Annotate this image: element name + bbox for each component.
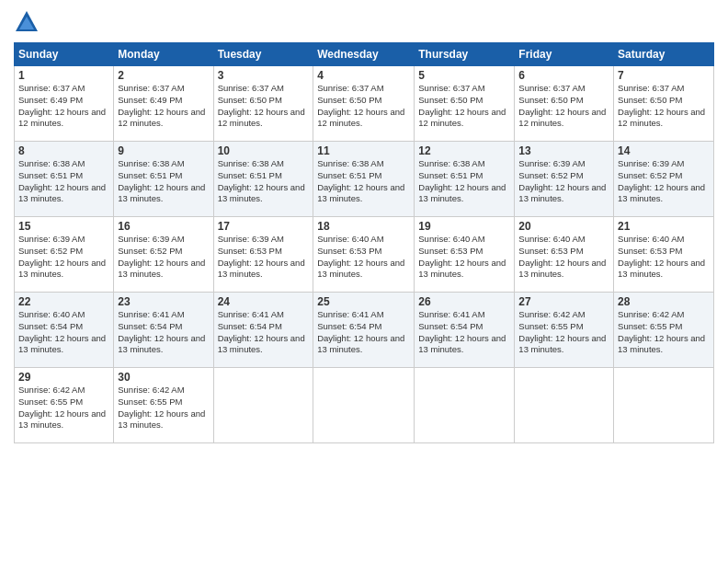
day-info: Sunrise: 6:37 AM Sunset: 6:50 PM Dayligh…	[518, 83, 609, 130]
day-number: 3	[218, 69, 310, 82]
day-info: Sunrise: 6:41 AM Sunset: 6:54 PM Dayligh…	[317, 309, 410, 356]
day-number: 5	[418, 69, 510, 82]
page: SundayMondayTuesdayWednesdayThursdayFrid…	[0, 0, 728, 563]
day-info: Sunrise: 6:40 AM Sunset: 6:53 PM Dayligh…	[317, 234, 410, 281]
day-number: 22	[18, 295, 109, 308]
calendar-day-cell: 22 Sunrise: 6:40 AM Sunset: 6:54 PM Dayl…	[15, 293, 114, 368]
calendar-week-row: 1 Sunrise: 6:37 AM Sunset: 6:49 PM Dayli…	[15, 66, 714, 142]
day-info: Sunrise: 6:42 AM Sunset: 6:55 PM Dayligh…	[118, 385, 209, 431]
day-info: Sunrise: 6:37 AM Sunset: 6:49 PM Dayligh…	[118, 83, 209, 130]
day-info: Sunrise: 6:39 AM Sunset: 6:53 PM Dayligh…	[218, 234, 310, 281]
day-number: 15	[18, 220, 109, 233]
day-info: Sunrise: 6:37 AM Sunset: 6:50 PM Dayligh…	[317, 83, 410, 130]
calendar-day-cell: 18 Sunrise: 6:40 AM Sunset: 6:53 PM Dayl…	[313, 217, 415, 293]
day-info: Sunrise: 6:38 AM Sunset: 6:51 PM Dayligh…	[418, 158, 510, 205]
day-number: 26	[418, 295, 510, 308]
calendar-week-row: 15 Sunrise: 6:39 AM Sunset: 6:52 PM Dayl…	[15, 217, 714, 293]
calendar-day-cell: 25 Sunrise: 6:41 AM Sunset: 6:54 PM Dayl…	[313, 293, 415, 368]
day-number: 16	[118, 220, 209, 233]
calendar-day-cell: 5 Sunrise: 6:37 AM Sunset: 6:50 PM Dayli…	[415, 66, 515, 142]
day-info: Sunrise: 6:37 AM Sunset: 6:50 PM Dayligh…	[418, 83, 510, 130]
logo	[14, 9, 43, 35]
weekday-header: Sunday	[15, 43, 114, 66]
day-info: Sunrise: 6:40 AM Sunset: 6:53 PM Dayligh…	[618, 234, 710, 281]
day-info: Sunrise: 6:39 AM Sunset: 6:52 PM Dayligh…	[118, 234, 209, 281]
day-info: Sunrise: 6:37 AM Sunset: 6:49 PM Dayligh…	[18, 83, 109, 130]
calendar-day-cell	[515, 368, 614, 443]
calendar-day-cell: 19 Sunrise: 6:40 AM Sunset: 6:53 PM Dayl…	[415, 217, 515, 293]
day-info: Sunrise: 6:41 AM Sunset: 6:54 PM Dayligh…	[118, 309, 209, 356]
calendar-day-cell: 2 Sunrise: 6:37 AM Sunset: 6:49 PM Dayli…	[114, 66, 213, 142]
day-info: Sunrise: 6:40 AM Sunset: 6:54 PM Dayligh…	[18, 309, 109, 356]
day-info: Sunrise: 6:42 AM Sunset: 6:55 PM Dayligh…	[518, 309, 609, 356]
calendar-day-cell: 27 Sunrise: 6:42 AM Sunset: 6:55 PM Dayl…	[515, 293, 614, 368]
day-number: 19	[418, 220, 510, 233]
day-info: Sunrise: 6:38 AM Sunset: 6:51 PM Dayligh…	[18, 158, 109, 205]
calendar-day-cell: 4 Sunrise: 6:37 AM Sunset: 6:50 PM Dayli…	[313, 66, 415, 142]
calendar-day-cell: 29 Sunrise: 6:42 AM Sunset: 6:55 PM Dayl…	[15, 368, 114, 443]
day-number: 30	[118, 371, 209, 384]
day-number: 14	[618, 144, 710, 157]
day-info: Sunrise: 6:42 AM Sunset: 6:55 PM Dayligh…	[18, 385, 109, 431]
header	[14, 9, 714, 35]
day-info: Sunrise: 6:38 AM Sunset: 6:51 PM Dayligh…	[218, 158, 310, 205]
calendar-day-cell: 14 Sunrise: 6:39 AM Sunset: 6:52 PM Dayl…	[614, 142, 714, 217]
weekday-header: Wednesday	[313, 43, 415, 66]
calendar-day-cell: 23 Sunrise: 6:41 AM Sunset: 6:54 PM Dayl…	[114, 293, 213, 368]
weekday-header: Monday	[114, 43, 213, 66]
day-number: 2	[118, 69, 209, 82]
calendar-day-cell: 13 Sunrise: 6:39 AM Sunset: 6:52 PM Dayl…	[515, 142, 614, 217]
calendar-day-cell: 24 Sunrise: 6:41 AM Sunset: 6:54 PM Dayl…	[213, 293, 313, 368]
calendar-day-cell	[415, 368, 515, 443]
weekday-header: Friday	[515, 43, 614, 66]
day-info: Sunrise: 6:39 AM Sunset: 6:52 PM Dayligh…	[18, 234, 109, 281]
day-info: Sunrise: 6:37 AM Sunset: 6:50 PM Dayligh…	[618, 83, 710, 130]
calendar-week-row: 8 Sunrise: 6:38 AM Sunset: 6:51 PM Dayli…	[15, 142, 714, 217]
weekday-header-row: SundayMondayTuesdayWednesdayThursdayFrid…	[15, 43, 714, 66]
calendar-day-cell: 21 Sunrise: 6:40 AM Sunset: 6:53 PM Dayl…	[614, 217, 714, 293]
day-number: 29	[18, 371, 109, 384]
day-number: 27	[518, 295, 609, 308]
weekday-header: Saturday	[614, 43, 714, 66]
calendar-day-cell: 26 Sunrise: 6:41 AM Sunset: 6:54 PM Dayl…	[415, 293, 515, 368]
calendar-day-cell: 15 Sunrise: 6:39 AM Sunset: 6:52 PM Dayl…	[15, 217, 114, 293]
calendar-day-cell: 9 Sunrise: 6:38 AM Sunset: 6:51 PM Dayli…	[114, 142, 213, 217]
day-number: 23	[118, 295, 209, 308]
day-info: Sunrise: 6:41 AM Sunset: 6:54 PM Dayligh…	[418, 309, 510, 356]
day-number: 8	[18, 144, 109, 157]
calendar-day-cell: 8 Sunrise: 6:38 AM Sunset: 6:51 PM Dayli…	[15, 142, 114, 217]
day-number: 7	[618, 69, 710, 82]
calendar-table: SundayMondayTuesdayWednesdayThursdayFrid…	[14, 42, 714, 443]
day-number: 9	[118, 144, 209, 157]
day-info: Sunrise: 6:40 AM Sunset: 6:53 PM Dayligh…	[518, 234, 609, 281]
logo-icon	[14, 9, 40, 35]
calendar-day-cell: 17 Sunrise: 6:39 AM Sunset: 6:53 PM Dayl…	[213, 217, 313, 293]
calendar-week-row: 22 Sunrise: 6:40 AM Sunset: 6:54 PM Dayl…	[15, 293, 714, 368]
day-info: Sunrise: 6:41 AM Sunset: 6:54 PM Dayligh…	[218, 309, 310, 356]
day-number: 6	[518, 69, 609, 82]
day-info: Sunrise: 6:38 AM Sunset: 6:51 PM Dayligh…	[118, 158, 209, 205]
day-number: 17	[218, 220, 310, 233]
day-number: 21	[618, 220, 710, 233]
calendar-day-cell: 1 Sunrise: 6:37 AM Sunset: 6:49 PM Dayli…	[15, 66, 114, 142]
day-number: 25	[317, 295, 410, 308]
day-number: 4	[317, 69, 410, 82]
day-number: 1	[18, 69, 109, 82]
calendar-day-cell: 6 Sunrise: 6:37 AM Sunset: 6:50 PM Dayli…	[515, 66, 614, 142]
calendar-day-cell: 30 Sunrise: 6:42 AM Sunset: 6:55 PM Dayl…	[114, 368, 213, 443]
day-number: 20	[518, 220, 609, 233]
calendar-day-cell: 11 Sunrise: 6:38 AM Sunset: 6:51 PM Dayl…	[313, 142, 415, 217]
day-info: Sunrise: 6:38 AM Sunset: 6:51 PM Dayligh…	[317, 158, 410, 205]
day-number: 10	[218, 144, 310, 157]
calendar-day-cell	[614, 368, 714, 443]
calendar-day-cell: 3 Sunrise: 6:37 AM Sunset: 6:50 PM Dayli…	[213, 66, 313, 142]
calendar-day-cell: 7 Sunrise: 6:37 AM Sunset: 6:50 PM Dayli…	[614, 66, 714, 142]
weekday-header: Tuesday	[213, 43, 313, 66]
day-info: Sunrise: 6:40 AM Sunset: 6:53 PM Dayligh…	[418, 234, 510, 281]
calendar-day-cell: 12 Sunrise: 6:38 AM Sunset: 6:51 PM Dayl…	[415, 142, 515, 217]
day-number: 18	[317, 220, 410, 233]
day-number: 11	[317, 144, 410, 157]
day-info: Sunrise: 6:39 AM Sunset: 6:52 PM Dayligh…	[618, 158, 710, 205]
calendar-day-cell: 10 Sunrise: 6:38 AM Sunset: 6:51 PM Dayl…	[213, 142, 313, 217]
calendar-day-cell: 16 Sunrise: 6:39 AM Sunset: 6:52 PM Dayl…	[114, 217, 213, 293]
